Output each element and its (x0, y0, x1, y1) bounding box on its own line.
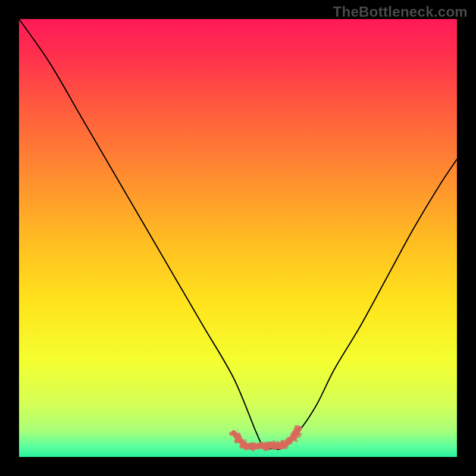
svg-point-203 (291, 435, 293, 437)
svg-point-101 (262, 443, 264, 444)
svg-point-53 (247, 443, 249, 445)
svg-point-122 (270, 442, 272, 444)
svg-point-178 (290, 442, 292, 444)
chart-svg (0, 0, 476, 476)
svg-point-118 (267, 443, 270, 446)
svg-point-213 (293, 428, 296, 431)
svg-point-183 (288, 438, 291, 441)
svg-point-215 (295, 425, 297, 428)
svg-point-5 (230, 433, 233, 436)
svg-point-0 (237, 429, 239, 431)
svg-point-197 (291, 437, 293, 440)
svg-point-173 (284, 443, 286, 446)
svg-point-10 (233, 432, 236, 436)
svg-point-157 (279, 445, 283, 449)
svg-point-46 (245, 442, 247, 444)
svg-point-81 (255, 444, 258, 447)
svg-point-20 (235, 441, 237, 444)
svg-point-134 (272, 447, 275, 450)
svg-point-139 (274, 447, 277, 450)
svg-point-115 (267, 447, 270, 450)
plot-background (19, 19, 457, 457)
svg-point-170 (287, 443, 289, 444)
svg-point-211 (298, 431, 300, 433)
watermark-label: TheBottleneck.com (333, 4, 468, 20)
svg-point-148 (283, 440, 285, 443)
svg-point-72 (258, 449, 260, 450)
svg-point-114 (268, 441, 270, 443)
svg-point-11 (236, 432, 240, 436)
svg-point-193 (295, 436, 298, 439)
svg-point-21 (237, 437, 240, 439)
chart-frame: TheBottleneck.com (0, 0, 476, 476)
